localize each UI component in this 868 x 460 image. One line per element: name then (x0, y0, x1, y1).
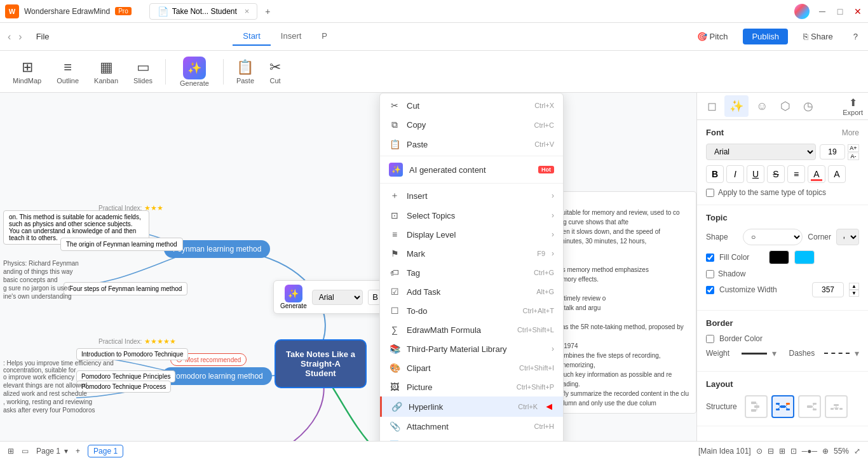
fit-view-button[interactable]: ⊙ (756, 447, 763, 456)
context-copy[interactable]: ⧉ Copy Ctrl+C (380, 115, 563, 135)
tab-p[interactable]: P (311, 27, 337, 46)
font-more-link[interactable]: More (842, 128, 859, 137)
zoom-slider[interactable]: ─●─ (802, 447, 817, 456)
layout-thumb-4[interactable] (825, 395, 848, 418)
context-tag[interactable]: 🏷 Tag Ctrl+G (380, 263, 563, 282)
panel-tab-ai[interactable]: ✨ (724, 95, 749, 117)
context-picture[interactable]: 🖼 Picture Ctrl+Shift+P (380, 377, 563, 396)
fit-page-button[interactable]: ⊡ (790, 447, 797, 456)
align-button[interactable]: ≡ (787, 165, 805, 183)
fill-color-swatch-2[interactable] (794, 250, 815, 264)
mindmap-tool[interactable]: ⊞ MindMap (8, 57, 46, 87)
context-ai[interactable]: ✨ AI generated content Hot (380, 158, 563, 181)
fullscreen-button[interactable]: ⤢ (854, 447, 860, 456)
italic-button[interactable]: I (726, 165, 744, 183)
tab-insert[interactable]: Insert (271, 27, 312, 46)
fill-color-checkbox[interactable] (706, 254, 714, 262)
layout-thumbnails (745, 395, 848, 418)
font-size-increase[interactable]: A+ (848, 144, 859, 152)
panel-tab-clock[interactable]: ◷ (798, 95, 818, 117)
layout-thumb-2[interactable] (771, 395, 794, 418)
context-hyperlink[interactable]: 🔗 Hyperlink Ctrl+K ◄ (380, 396, 563, 417)
apply-checkbox[interactable] (706, 189, 714, 197)
context-mark[interactable]: ⚑ Mark F9 › (380, 244, 563, 263)
width-increase[interactable]: ▲ (849, 283, 859, 290)
context-attachment[interactable]: 📎 Attachment Ctrl+H (380, 417, 563, 436)
width-checkbox[interactable] (706, 286, 714, 294)
context-note[interactable]: 📝 Note Ctrl+T (380, 436, 563, 441)
mini-font-select[interactable]: Arial (312, 290, 363, 305)
shape-select[interactable]: ○ (743, 229, 803, 245)
font-size-input[interactable] (820, 144, 845, 159)
zoom-in-button[interactable]: ⊞ (779, 447, 785, 456)
generate-button[interactable]: ✨ Generate (173, 54, 215, 90)
panel-tab-style[interactable]: ◻ (702, 95, 722, 117)
context-insert[interactable]: ＋ Insert › (380, 186, 563, 206)
mini-generate-button[interactable]: ✨ Generate (280, 285, 307, 309)
feynman-origin-node[interactable]: The origin of Feynman learning method (60, 238, 183, 251)
maximize-button[interactable]: □ (835, 6, 845, 17)
context-select-topics[interactable]: ⊡ Select Topics › (380, 206, 563, 225)
context-edrawmath[interactable]: ∑ EdrawMath Formula Ctrl+Shift+L (380, 320, 563, 339)
context-clipart[interactable]: 🎨 Clipart Ctrl+Shift+I (380, 358, 563, 377)
pomodoro-node[interactable]: Pomodoro learning method (162, 367, 272, 385)
pomo-intro-node[interactable]: Introduction to Pomodoro Technique (76, 348, 188, 360)
nav-forward-button[interactable]: › (16, 30, 24, 44)
border-color-checkbox[interactable] (706, 335, 714, 343)
tab-start[interactable]: Start (233, 27, 270, 46)
export-button[interactable]: ⬆ Generate Export (843, 97, 863, 116)
publish-button[interactable]: Publish (743, 29, 788, 44)
tab-document[interactable]: 📄 Take Not... Student × (149, 3, 258, 20)
kanban-tool[interactable]: ▦ Kanban (89, 57, 123, 87)
ai-cm-icon: ✨ (389, 163, 403, 177)
font-size-decrease[interactable]: A- (848, 152, 859, 160)
nav-back-button[interactable]: ‹ (5, 30, 13, 44)
close-button[interactable]: ✕ (853, 6, 863, 17)
shadow-checkbox[interactable] (706, 270, 714, 278)
strikethrough-button[interactable]: S (767, 165, 785, 183)
add-new-page-button[interactable]: + (76, 447, 80, 456)
width-input[interactable]: 357 (812, 282, 844, 297)
layout-thumb-1[interactable] (745, 395, 768, 418)
paste-button[interactable]: 📋 Paste (231, 57, 259, 87)
context-add-task[interactable]: ☑ Add Task Alt+G (380, 282, 563, 301)
context-third-party[interactable]: 📚 Third-Party Material Library › (380, 339, 563, 358)
canvas[interactable]: Practical Index: ★★★ Feynman learning me… (0, 93, 696, 441)
slides-tool[interactable]: ▭ Slides (128, 57, 158, 87)
new-tab-button[interactable]: + (262, 6, 273, 17)
font-family-select[interactable]: Arial (706, 144, 816, 160)
current-page-tab[interactable]: Page 1 (88, 445, 123, 457)
pitch-button[interactable]: 🎯 style Pitch (692, 29, 733, 44)
fill-color-swatch-1[interactable] (769, 250, 789, 264)
outline-tool[interactable]: ≡ Outline (51, 57, 84, 87)
minimize-button[interactable]: ─ (817, 6, 827, 17)
add-page-button[interactable]: ⊞ (8, 447, 14, 456)
main-node[interactable]: Take Notes Like a Straight-A Student (275, 339, 367, 388)
width-decrease[interactable]: ▼ (849, 290, 859, 297)
file-menu[interactable]: File (30, 29, 56, 44)
dashes-chevron[interactable]: ▾ (855, 348, 859, 358)
highlight-button[interactable]: A (828, 165, 846, 183)
context-paste[interactable]: 📋 Paste Ctrl+V (380, 135, 563, 154)
panel-tab-theme[interactable]: ⬡ (775, 95, 796, 117)
layout-view-button[interactable]: ▭ (22, 447, 29, 456)
context-cut[interactable]: ✂ Cut Ctrl+X (380, 96, 563, 115)
bold-button[interactable]: B (706, 165, 724, 183)
underline-button[interactable]: U (747, 165, 764, 183)
zoom-out-button[interactable]: ⊟ (768, 447, 774, 456)
context-todo[interactable]: ☐ To-do Ctrl+Alt+T (380, 301, 563, 320)
corner-select[interactable]: ⌐ (836, 229, 859, 245)
user-avatar[interactable] (794, 4, 810, 19)
feynman-steps-node[interactable]: Four steps of Feynman learning method (64, 282, 187, 295)
context-display-level[interactable]: ≡ Display Level › (380, 225, 563, 244)
help-button[interactable]: ? (848, 29, 863, 44)
panel-tab-emoji[interactable]: ☺ (751, 96, 773, 117)
cut-button[interactable]: ✂ Cut (264, 57, 286, 87)
tab-close-icon[interactable]: × (245, 6, 250, 16)
page-dropdown-icon[interactable]: ▾ (64, 447, 68, 456)
layout-thumb-3[interactable] (798, 395, 821, 418)
border-weight-chevron[interactable]: ▾ (772, 348, 776, 358)
share-button[interactable]: ⎘ Share (798, 29, 838, 44)
font-color-button[interactable]: A (808, 165, 825, 183)
zoom-reset-button[interactable]: ⊕ (822, 447, 829, 456)
